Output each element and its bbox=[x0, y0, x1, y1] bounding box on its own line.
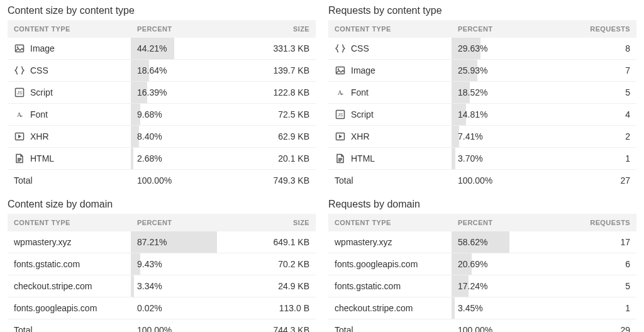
table-row[interactable]: checkout.stripe.com3.34%24.9 KB bbox=[8, 275, 316, 297]
type-cell: fonts.gstatic.com bbox=[328, 275, 452, 297]
percent-cell: 87.21% bbox=[131, 231, 230, 253]
value-cell: 331.3 KB bbox=[230, 38, 316, 60]
table-row[interactable]: fonts.googleapis.com0.02%113.0 B bbox=[8, 297, 316, 319]
column-header[interactable]: CONTENT TYPE bbox=[8, 20, 131, 38]
panel: Content size by content typeCONTENT TYPE… bbox=[8, 5, 316, 191]
percent-value: 14.81% bbox=[458, 109, 487, 119]
percent-cell: 29.63% bbox=[452, 38, 550, 60]
percent-cell: 3.70% bbox=[452, 148, 550, 170]
percent-value: 8.40% bbox=[137, 131, 162, 141]
total-value: 29 bbox=[550, 319, 636, 333]
column-header[interactable]: CONTENT TYPE bbox=[328, 20, 452, 38]
table-row[interactable]: Image44.21%331.3 KB bbox=[8, 38, 316, 60]
percent-cell: 17.24% bbox=[452, 275, 550, 297]
svg-marker-7 bbox=[18, 135, 21, 138]
percent-bar bbox=[131, 148, 133, 169]
table-row[interactable]: JSScript16.39%122.8 KB bbox=[8, 82, 316, 104]
table-row[interactable]: JSScript14.81%4 bbox=[328, 104, 636, 126]
percent-value: 9.43% bbox=[137, 259, 162, 269]
value-cell: 4 bbox=[550, 104, 636, 126]
table-row[interactable]: checkout.stripe.com3.45%1 bbox=[328, 297, 636, 319]
percent-value: 29.63% bbox=[458, 43, 487, 53]
percent-bar bbox=[452, 148, 455, 169]
table-row[interactable]: HTML3.70%1 bbox=[328, 148, 636, 170]
column-header[interactable]: CONTENT TYPE bbox=[8, 214, 131, 231]
type-cell: HTML bbox=[328, 148, 452, 170]
column-header[interactable]: CONTENT TYPE bbox=[328, 214, 452, 231]
value-cell: 17 bbox=[550, 231, 636, 253]
panel-title: Content size by domain bbox=[8, 199, 316, 210]
column-header[interactable]: PERCENT bbox=[452, 20, 550, 38]
percent-value: 20.69% bbox=[458, 259, 487, 269]
type-cell: Image bbox=[328, 60, 452, 82]
percent-cell: 44.21% bbox=[131, 38, 230, 60]
value-cell: 24.9 KB bbox=[230, 275, 316, 297]
column-header[interactable]: PERCENT bbox=[131, 214, 230, 231]
table-row[interactable]: AaFont18.52%5 bbox=[328, 82, 636, 104]
value-cell: 5 bbox=[550, 275, 636, 297]
type-label: XHR bbox=[30, 131, 49, 141]
column-header[interactable]: PERCENT bbox=[131, 20, 230, 38]
type-label: HTML bbox=[30, 153, 54, 163]
type-label: fonts.googleapis.com bbox=[14, 303, 97, 313]
percent-value: 3.45% bbox=[458, 303, 483, 313]
table-row[interactable]: XHR8.40%62.9 KB bbox=[8, 126, 316, 148]
table-row[interactable]: fonts.googleapis.com20.69%6 bbox=[328, 253, 636, 275]
table-row[interactable]: AaFont9.68%72.5 KB bbox=[8, 104, 316, 126]
value-cell: 20.1 KB bbox=[230, 148, 316, 170]
percent-bar bbox=[452, 297, 455, 319]
column-header[interactable]: SIZE bbox=[230, 214, 316, 231]
svg-point-1 bbox=[17, 47, 18, 48]
percent-cell: 20.69% bbox=[452, 253, 550, 275]
type-label: Script bbox=[30, 87, 53, 97]
column-header[interactable]: SIZE bbox=[230, 20, 316, 38]
total-percent: 100.00% bbox=[131, 170, 230, 192]
type-cell: fonts.googleapis.com bbox=[328, 253, 452, 275]
table-row[interactable]: wpmastery.xyz58.62%17 bbox=[328, 231, 636, 253]
table-row[interactable]: CSS18.64%139.7 KB bbox=[8, 60, 316, 82]
percent-cell: 3.45% bbox=[452, 297, 550, 319]
svg-marker-18 bbox=[339, 135, 342, 138]
type-cell: fonts.gstatic.com bbox=[8, 253, 131, 275]
percent-cell: 0.02% bbox=[131, 297, 230, 319]
table-row[interactable]: fonts.gstatic.com17.24%5 bbox=[328, 275, 636, 297]
value-cell: 7 bbox=[550, 60, 636, 82]
total-label: Total bbox=[8, 319, 131, 333]
percent-value: 9.68% bbox=[137, 109, 162, 119]
percent-value: 18.52% bbox=[458, 87, 487, 97]
html-icon bbox=[335, 153, 346, 163]
percent-bar bbox=[131, 275, 134, 297]
column-header[interactable]: REQUESTS bbox=[550, 214, 636, 231]
total-row: Total100.00%749.3 KB bbox=[8, 170, 316, 192]
percent-value: 0.02% bbox=[137, 303, 162, 313]
value-cell: 113.0 B bbox=[230, 297, 316, 319]
total-value: 749.3 KB bbox=[230, 170, 316, 192]
type-label: Font bbox=[351, 87, 369, 97]
table-row[interactable]: CSS29.63%8 bbox=[328, 38, 636, 60]
html-icon bbox=[14, 153, 25, 163]
panel: Content size by domainCONTENT TYPEPERCEN… bbox=[8, 199, 316, 332]
table-row[interactable]: HTML2.68%20.1 KB bbox=[8, 148, 316, 170]
image-icon bbox=[14, 43, 25, 53]
column-header[interactable]: PERCENT bbox=[452, 214, 550, 231]
percent-cell: 25.93% bbox=[452, 60, 550, 82]
percent-value: 3.70% bbox=[458, 153, 483, 163]
table-row[interactable]: wpmastery.xyz87.21%649.1 KB bbox=[8, 231, 316, 253]
total-percent: 100.00% bbox=[452, 319, 550, 333]
table-row[interactable]: Image25.93%7 bbox=[328, 60, 636, 82]
value-cell: 649.1 KB bbox=[230, 231, 316, 253]
type-cell: wpmastery.xyz bbox=[328, 231, 452, 253]
column-header[interactable]: REQUESTS bbox=[550, 20, 636, 38]
percent-value: 17.24% bbox=[458, 281, 487, 291]
type-cell: checkout.stripe.com bbox=[328, 297, 452, 319]
table-row[interactable]: XHR7.41%2 bbox=[328, 126, 636, 148]
table-row[interactable]: fonts.gstatic.com9.43%70.2 KB bbox=[8, 253, 316, 275]
data-table: CONTENT TYPEPERCENTSIZEwpmastery.xyz87.2… bbox=[8, 214, 316, 332]
total-label: Total bbox=[328, 319, 452, 333]
value-cell: 62.9 KB bbox=[230, 126, 316, 148]
type-cell: Image bbox=[8, 38, 131, 60]
type-cell: HTML bbox=[8, 148, 131, 170]
svg-text:JS: JS bbox=[17, 91, 23, 95]
percent-cell: 58.62% bbox=[452, 231, 550, 253]
total-value: 27 bbox=[550, 170, 636, 192]
